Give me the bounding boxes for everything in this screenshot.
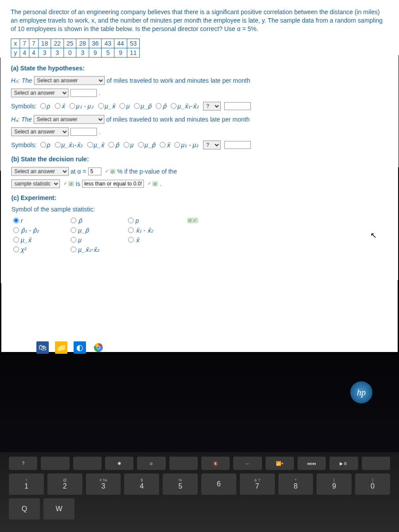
alpha-input[interactable] <box>88 167 102 175</box>
file-explorer-icon[interactable]: 📁 <box>55 341 67 354</box>
ha-row2: Select an answer . <box>11 127 388 136</box>
problem-statement: The personal director of an engineering … <box>11 8 388 33</box>
chrome-icon[interactable] <box>92 341 105 354</box>
h0-row2: Select an answer . <box>11 88 388 97</box>
stat-symbol-grid: r p̂ p σ ✓ p̂₁ - p̂₂ μ_p̂ x̄₁ - x̄₂ μ_x̄… <box>12 215 387 255</box>
key-3: # №3 <box>86 473 121 495</box>
h0-row: H₀: The Select an answer of miles travel… <box>11 76 388 85</box>
row-y-label: y <box>11 48 20 57</box>
h0-sym-opt[interactable] <box>120 103 125 109</box>
h0-op-select[interactable]: ? <box>203 102 221 110</box>
stat-opt[interactable] <box>70 218 76 223</box>
ha-tail: of miles traveled to work and minutes la… <box>106 116 250 123</box>
ha-sym-opt[interactable] <box>175 142 180 148</box>
key-fn: ? <box>9 457 37 470</box>
row-x-label: x <box>11 39 20 48</box>
stat-opt[interactable] <box>128 227 134 233</box>
ha-sym-opt[interactable] <box>160 142 165 148</box>
h0-sym-opt[interactable] <box>134 103 140 109</box>
stat-opt[interactable] <box>13 237 19 243</box>
key-fn: ✱ <box>105 457 133 470</box>
key-fn: ← <box>233 457 262 470</box>
start-icon[interactable]: ⊞ <box>18 341 30 354</box>
ha-symbols: Symbols: ρ μ_x̄₁-x̄₂ μ_x̄ p̂ μ μ_p̂ x̄ μ… <box>11 141 388 149</box>
ha-val-input[interactable] <box>224 141 251 149</box>
key-9: (9 <box>317 473 352 495</box>
key-w: W <box>43 498 74 520</box>
h0-sym-opt[interactable] <box>156 103 162 109</box>
ha-sym-opt[interactable] <box>124 142 129 148</box>
key-1: !1 <box>9 473 44 495</box>
edge-icon[interactable]: ◐ <box>74 341 86 354</box>
part-a-heading: (a) State the hypotheses: <box>11 64 388 71</box>
key-fn <box>169 457 198 470</box>
key-6: 6 <box>201 473 236 495</box>
part-b-heading: (b) State the decision rule: <box>11 156 387 163</box>
key-0: )0 <box>355 473 390 495</box>
key-fn: ▶⏸ <box>329 457 358 470</box>
ha-value-input[interactable] <box>70 128 97 136</box>
threshold-input[interactable] <box>82 180 144 188</box>
sample-stat-select[interactable]: sample statistic <box>12 179 60 188</box>
part-c-heading: (c) Experiment: <box>12 194 388 201</box>
h0-sym-opt[interactable] <box>55 103 60 109</box>
ha-sym-opt[interactable] <box>138 142 144 148</box>
key-fn: 🔇 <box>201 457 230 470</box>
h0-select[interactable]: Select an answer <box>34 76 105 85</box>
decision-row2: sample statistic ✓σ is ✓σ . <box>12 179 388 188</box>
key-7: & ?7 <box>240 473 275 495</box>
h0-val-input[interactable] <box>224 102 251 110</box>
key-4: $4 <box>124 473 159 495</box>
ha-sym-opt[interactable] <box>87 142 93 148</box>
key-5: %5 <box>163 473 198 495</box>
key-fn: ⏮⏮ <box>297 457 326 470</box>
h0-value-input[interactable] <box>70 89 97 97</box>
ha-select[interactable]: Select an answer <box>34 115 105 124</box>
h0-symbols: Symbols: ρ x̄ μ₁ - μ₂ μ_x̄ μ μ_p̂ p̂ μ_x… <box>11 102 388 110</box>
ha-op-select[interactable]: ? <box>203 141 221 149</box>
decision-row1: Select an answer at α = ✓σ % if the p-va… <box>11 167 387 176</box>
ha-label: Hₐ: The <box>11 116 32 123</box>
stat-opt[interactable] <box>13 246 19 252</box>
key-fn: 📶+ <box>266 457 294 470</box>
hp-logo: hp <box>350 381 372 403</box>
h0-sym-opt[interactable] <box>98 103 104 109</box>
key-fn <box>41 457 69 470</box>
data-table: x 7 7 18 22 25 28 36 43 44 53 y 4 4 3 3 … <box>11 39 140 58</box>
stat-opt[interactable] <box>70 227 76 233</box>
key-q: Q <box>9 498 40 520</box>
ha-select2[interactable]: Select an answer <box>11 127 69 136</box>
ha-sym-opt[interactable] <box>40 142 46 148</box>
stat-opt-r[interactable] <box>13 218 19 223</box>
stat-opt[interactable] <box>13 227 19 233</box>
stat-opt[interactable] <box>128 237 134 243</box>
key-8: *8 <box>278 473 313 495</box>
decision-select[interactable]: Select an answer <box>11 167 69 176</box>
key-2: @2 <box>47 473 82 495</box>
stat-opt[interactable] <box>70 246 76 252</box>
key-fn <box>73 457 102 470</box>
stat-opt[interactable] <box>70 237 76 243</box>
stat-opt[interactable] <box>128 218 134 223</box>
h0-sym-opt[interactable] <box>70 103 75 109</box>
quiz-screen: The personal director of an engineering … <box>0 0 399 352</box>
physical-keyboard: ? ✱ ⎚ 🔇 ← 📶+ ⏮⏮ ▶⏸ !1 @2 # №3 $4 %5 6 & … <box>0 452 399 532</box>
h0-sym-opt[interactable] <box>40 103 46 109</box>
check-hint: ✓σ <box>105 168 115 174</box>
mouse-cursor-icon: ↖ <box>370 231 377 240</box>
h0-tail: of miles traveled to work and minutes la… <box>106 77 250 84</box>
h0-sym-opt[interactable] <box>171 103 176 109</box>
ha-sym-opt[interactable] <box>55 142 61 148</box>
h0-label: H₀: The <box>11 77 32 84</box>
svg-point-3 <box>97 346 100 349</box>
ha-sym-opt[interactable] <box>109 142 114 148</box>
store-icon[interactable]: 🛍 <box>36 341 49 354</box>
part-c-sub: Symbol of the sample statistic: <box>12 206 388 213</box>
key-fn: ⎚ <box>137 457 165 470</box>
windows-taskbar: ⊞ 🛍 📁 ◐ <box>18 341 105 354</box>
ha-row: Hₐ: The Select an answer of miles travel… <box>11 115 388 124</box>
key-fn <box>362 457 390 470</box>
h0-select2[interactable]: Select an answer <box>11 88 69 97</box>
